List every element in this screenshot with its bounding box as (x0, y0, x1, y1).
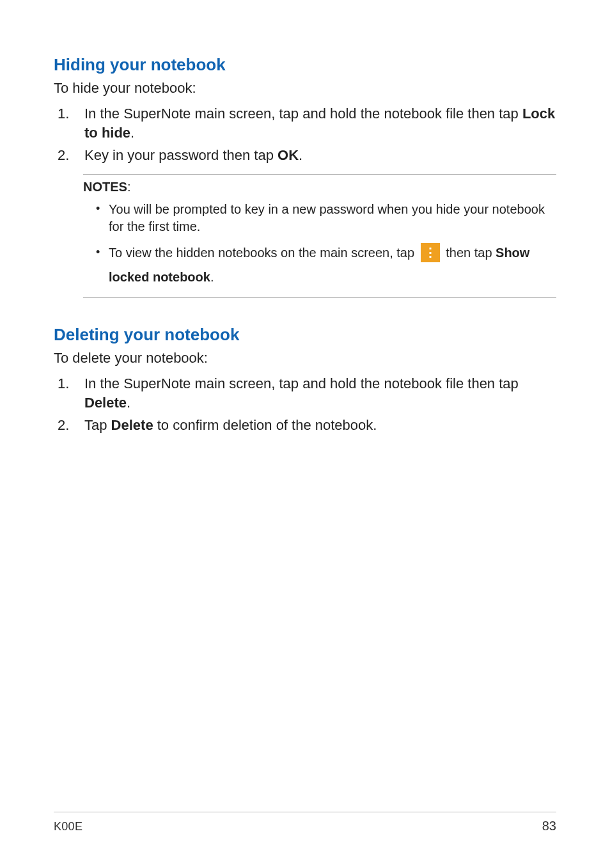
note-1: You will be prompted to key in a new pas… (96, 201, 556, 235)
note-2: To view the hidden notebooks on the main… (96, 244, 556, 286)
step-1-deleting: In the SuperNote main screen, tap and ho… (58, 374, 556, 412)
footer-page-number: 83 (542, 819, 556, 833)
heading-deleting-notebook: Deleting your notebook (54, 325, 556, 345)
step-text: to confirm deletion of the notebook. (153, 417, 377, 433)
step-2-deleting: Tap Delete to confirm deletion of the no… (58, 416, 556, 435)
step-text: . (299, 147, 302, 163)
notes-label-text: NOTES (83, 180, 127, 194)
steps-deleting: In the SuperNote main screen, tap and ho… (58, 374, 556, 435)
step-text: . (127, 395, 130, 411)
intro-deleting: To delete your notebook: (54, 350, 556, 367)
overflow-menu-icon (421, 243, 440, 262)
step-2-hiding: Key in your password then tap OK. (58, 146, 556, 165)
notes-colon: : (127, 180, 131, 194)
step-text: Key in your password then tap (84, 147, 278, 163)
step-1-hiding: In the SuperNote main screen, tap and ho… (58, 104, 556, 142)
step-bold: Delete (111, 417, 153, 433)
footer-model: K00E (54, 820, 82, 833)
steps-hiding: In the SuperNote main screen, tap and ho… (58, 104, 556, 165)
heading-hiding-notebook: Hiding your notebook (54, 55, 556, 75)
manual-page: Hiding your notebook To hide your notebo… (0, 0, 610, 868)
intro-hiding: To hide your notebook: (54, 80, 556, 97)
notes-label: NOTES: (83, 180, 556, 194)
note-text: then tap (442, 246, 496, 260)
step-bold: OK (278, 147, 299, 163)
step-text: In the SuperNote main screen, tap and ho… (84, 375, 519, 391)
step-text: In the SuperNote main screen, tap and ho… (84, 106, 522, 122)
note-text: . (210, 270, 214, 284)
section-deleting: Deleting your notebook To delete your no… (54, 325, 556, 435)
step-bold: Delete (84, 395, 127, 411)
page-footer: K00E 83 (54, 812, 556, 833)
note-bold: Show (496, 246, 529, 260)
notes-box: NOTES: You will be prompted to key in a … (83, 174, 556, 298)
step-text: . (130, 125, 134, 141)
step-text: Tap (84, 417, 111, 433)
note-text: To view the hidden notebooks on the main… (109, 246, 418, 260)
notes-list: You will be prompted to key in a new pas… (96, 201, 556, 286)
note-bold: locked notebook (109, 270, 210, 284)
